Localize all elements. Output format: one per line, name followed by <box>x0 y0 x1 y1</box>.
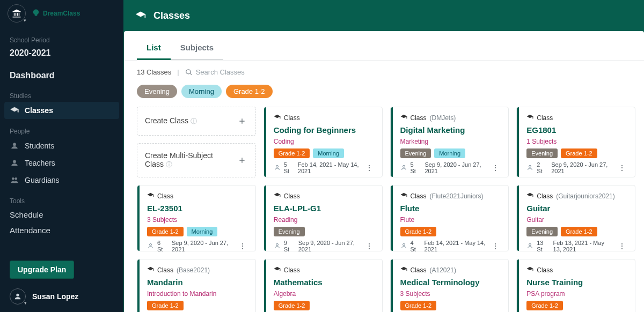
class-title[interactable]: Flute <box>400 204 501 213</box>
toolbar: 13 Classes | <box>124 61 644 79</box>
svg-point-7 <box>529 165 531 167</box>
svg-point-5 <box>276 165 278 167</box>
separator: | <box>175 68 180 76</box>
nav-attendance[interactable]: Attendance <box>10 222 114 238</box>
tabs: List Subjects <box>124 31 644 61</box>
class-card[interactable]: Class Coding for Beginners Coding Grade … <box>264 107 383 177</box>
upgrade-plan-button[interactable]: Upgrade Plan <box>10 261 74 279</box>
create-class[interactable]: Create Classⓘ <box>137 107 256 136</box>
chevron-down-icon: ▾ <box>24 300 27 306</box>
class-subject: Introduction to Mandarin <box>147 290 248 298</box>
class-code: (A12021) <box>430 266 456 274</box>
class-card[interactable]: Class ELA-LPL-G1 Reading Evening 9 St Se… <box>264 185 383 251</box>
tag: Evening <box>526 148 558 158</box>
class-subject: 3 Subjects <box>400 290 501 298</box>
institution-icon <box>12 9 21 18</box>
class-subject: PSA program <box>526 290 627 298</box>
person-icon <box>400 242 407 250</box>
nav-teachers[interactable]: Teachers <box>4 154 119 172</box>
filter-evening[interactable]: Evening <box>137 85 177 98</box>
svg-point-0 <box>13 143 16 146</box>
kebab-menu[interactable]: ⋮ <box>363 242 375 250</box>
class-title[interactable]: Guitar <box>526 204 627 213</box>
kebab-menu[interactable]: ⋮ <box>616 164 627 172</box>
date-range: Sep 9, 2020 - Jun 27, 2021 <box>172 240 233 252</box>
search[interactable] <box>185 68 282 76</box>
class-title[interactable]: Nurse Training <box>526 278 627 287</box>
school-switcher[interactable]: ▾ <box>8 4 26 23</box>
tags: EveningGrade 1-2 <box>526 148 627 158</box>
class-card[interactable]: Class (Guitarjouniors2021) Guitar Guitar… <box>516 185 635 251</box>
tags: Grade 1-2 <box>400 301 501 310</box>
brand-name: DreamClass <box>43 10 80 17</box>
student-count: 6 St <box>157 240 166 252</box>
class-label: Class <box>284 192 300 200</box>
plus-icon <box>236 115 248 127</box>
nav-guardians[interactable]: Guardians <box>4 172 119 189</box>
date-range: Feb 14, 2021 - May 14, 2021 <box>425 240 487 252</box>
create-multi-class[interactable]: Create Multi-Subject Classⓘ <box>137 143 256 177</box>
user-menu[interactable]: ▾ Susan Lopez <box>10 288 114 304</box>
class-label: Class <box>284 266 300 274</box>
person-icon <box>274 242 281 250</box>
tab-list[interactable]: List <box>137 40 171 60</box>
graduation-cap-icon <box>526 266 533 274</box>
date-range: Sep 9, 2020 - Jun 27, 2021 <box>551 161 613 174</box>
class-title[interactable]: Coding for Beginners <box>274 125 375 135</box>
studies-label: Studies <box>10 92 114 100</box>
graduation-cap-icon <box>526 192 533 200</box>
nav-schedule[interactable]: Schedule <box>10 207 114 222</box>
class-card[interactable]: Class Mathematics Algebra Grade 1-2 <box>264 259 383 312</box>
filter-grade[interactable]: Grade 1-2 <box>226 85 273 98</box>
student-count: 9 St <box>284 240 293 252</box>
tags: EveningMorning <box>400 148 501 158</box>
class-code: (Flute2021Juniors) <box>430 192 484 200</box>
class-card[interactable]: Class Nurse Training PSA program Grade 1… <box>516 259 635 312</box>
class-card[interactable]: Class EG1801 1 Subjects EveningGrade 1-2… <box>516 107 635 177</box>
student-count: 5 St <box>284 161 292 174</box>
nav-classes[interactable]: Classes <box>4 102 119 119</box>
chevron-down-icon: ▾ <box>24 18 26 23</box>
help-icon: ⓘ <box>166 161 172 168</box>
class-title[interactable]: Medical Terminology <box>400 278 501 287</box>
nav-guardians-label: Guardians <box>25 176 60 184</box>
student-count: 13 St <box>537 240 547 252</box>
class-card[interactable]: Class (Base2021) Mandarin Introduction t… <box>137 259 256 312</box>
nav-students[interactable]: Students <box>4 137 119 154</box>
graduation-cap-icon <box>400 266 407 274</box>
kebab-menu[interactable]: ⋮ <box>489 242 501 250</box>
class-title[interactable]: Mandarin <box>147 278 248 287</box>
class-title[interactable]: EL-23501 <box>147 204 248 213</box>
class-title[interactable]: ELA-LPL-G1 <box>274 204 375 213</box>
search-icon <box>185 69 193 76</box>
nav-dashboard[interactable]: Dashboard <box>10 68 114 84</box>
class-subject: Marketing <box>400 138 501 145</box>
tags: Grade 1-2Morning <box>147 227 248 236</box>
kebab-menu[interactable]: ⋮ <box>363 164 375 172</box>
class-card[interactable]: Class (DMJets) Digital Marketing Marketi… <box>390 107 509 177</box>
create-class-label: Create Class <box>145 116 188 125</box>
brand-logo: DreamClass <box>31 9 80 18</box>
school-period-value[interactable]: 2020-2021 <box>10 45 114 61</box>
class-title[interactable]: Mathematics <box>274 278 375 287</box>
graduation-cap-icon <box>274 114 281 122</box>
school-period-label: School Period <box>10 36 114 44</box>
filter-morning[interactable]: Morning <box>181 85 222 98</box>
svg-point-1 <box>13 160 16 163</box>
tab-subjects[interactable]: Subjects <box>171 40 224 60</box>
class-title[interactable]: Digital Marketing <box>400 125 501 135</box>
search-input[interactable] <box>196 68 282 76</box>
class-subject: Reading <box>274 216 375 224</box>
tags: Grade 1-2 <box>400 227 501 236</box>
kebab-menu[interactable]: ⋮ <box>489 164 501 172</box>
tag: Grade 1-2 <box>400 227 437 236</box>
class-title[interactable]: EG1801 <box>526 125 627 135</box>
kebab-menu[interactable]: ⋮ <box>616 242 627 250</box>
class-card[interactable]: Class (Flute2021Juniors) Flute Flute Gra… <box>390 185 509 251</box>
student-count: 2 St <box>537 161 546 174</box>
kebab-menu[interactable]: ⋮ <box>237 242 248 250</box>
tools-label: Tools <box>10 197 114 205</box>
graduation-cap-icon <box>10 106 19 115</box>
class-card[interactable]: Class (A12021) Medical Terminology 3 Sub… <box>390 259 509 312</box>
class-card[interactable]: Class EL-23501 3 Subjects Grade 1-2Morni… <box>137 185 256 251</box>
